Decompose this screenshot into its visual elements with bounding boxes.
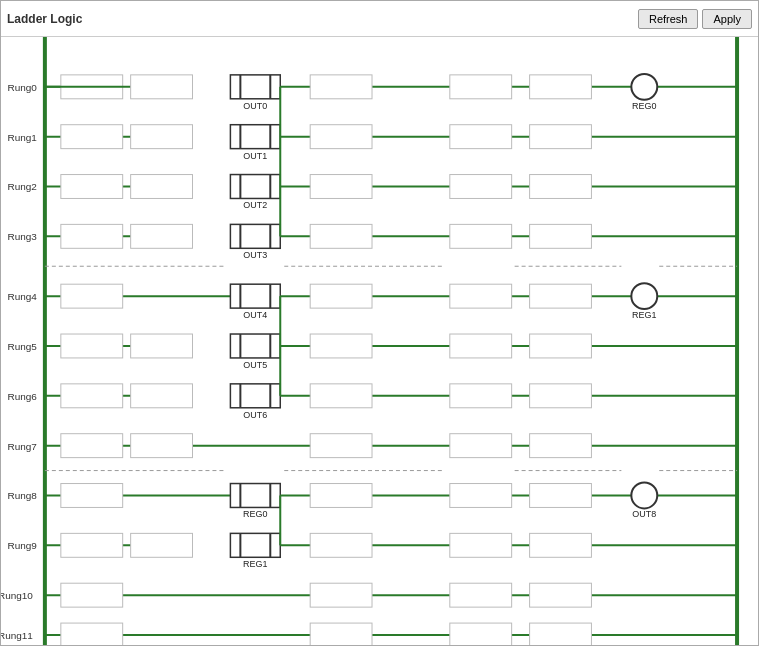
svg-rect-28 [530, 125, 592, 149]
toolbar-buttons: Refresh Apply [638, 9, 752, 29]
svg-rect-31 [61, 175, 123, 199]
svg-rect-126 [230, 533, 280, 557]
svg-rect-144 [310, 623, 372, 645]
svg-rect-119 [530, 484, 592, 508]
svg-rect-20 [131, 125, 193, 149]
svg-rect-140 [530, 583, 592, 607]
svg-text:REG0: REG0 [243, 509, 267, 519]
ladder-diagram-svg: OUT0 REG0 Rung0 OUT1 [1, 37, 758, 645]
svg-text:OUT2: OUT2 [243, 200, 267, 210]
svg-text:OUT3: OUT3 [243, 250, 267, 260]
svg-rect-6 [131, 75, 193, 99]
svg-rect-87 [131, 384, 193, 408]
svg-text:Rung11: Rung11 [1, 630, 33, 641]
svg-rect-74 [61, 334, 123, 358]
svg-rect-94 [450, 384, 512, 408]
svg-rect-33 [230, 175, 280, 199]
svg-text:Rung2: Rung2 [8, 181, 38, 192]
svg-rect-52 [530, 224, 592, 248]
svg-text:Rung4: Rung4 [8, 291, 38, 302]
svg-rect-27 [450, 125, 512, 149]
svg-text:OUT5: OUT5 [243, 360, 267, 370]
svg-text:Rung7: Rung7 [8, 441, 38, 452]
svg-rect-62 [230, 284, 280, 308]
svg-rect-43 [61, 224, 123, 248]
svg-rect-81 [310, 334, 372, 358]
svg-rect-50 [310, 224, 372, 248]
svg-rect-143 [61, 623, 123, 645]
svg-rect-38 [310, 175, 372, 199]
svg-rect-51 [450, 224, 512, 248]
svg-rect-86 [61, 384, 123, 408]
svg-rect-32 [131, 175, 193, 199]
svg-rect-21 [230, 125, 280, 149]
svg-text:Rung0: Rung0 [8, 82, 38, 93]
svg-rect-93 [310, 384, 372, 408]
title-bar: Ladder Logic Refresh Apply [1, 1, 758, 37]
svg-text:OUT8: OUT8 [632, 509, 656, 519]
svg-rect-82 [450, 334, 512, 358]
svg-text:OUT1: OUT1 [243, 151, 267, 161]
svg-rect-88 [230, 384, 280, 408]
svg-rect-139 [450, 583, 512, 607]
svg-rect-12 [310, 75, 372, 99]
svg-rect-83 [530, 334, 592, 358]
svg-rect-67 [310, 284, 372, 308]
svg-rect-100 [131, 434, 193, 458]
svg-rect-75 [131, 334, 193, 358]
svg-rect-132 [450, 533, 512, 557]
svg-rect-146 [530, 623, 592, 645]
svg-text:Rung8: Rung8 [8, 490, 38, 501]
apply-button[interactable]: Apply [702, 9, 752, 29]
svg-rect-40 [530, 175, 592, 199]
svg-text:Rung3: Rung3 [8, 231, 38, 242]
svg-rect-117 [310, 484, 372, 508]
svg-rect-68 [450, 284, 512, 308]
svg-text:Rung5: Rung5 [8, 341, 38, 352]
svg-text:Rung1: Rung1 [8, 132, 38, 143]
svg-text:OUT6: OUT6 [243, 410, 267, 420]
diagram-area: OUT0 REG0 Rung0 OUT1 [1, 37, 758, 645]
svg-text:REG1: REG1 [243, 559, 267, 569]
svg-rect-101 [310, 434, 372, 458]
svg-text:Rung6: Rung6 [8, 391, 38, 402]
page-title: Ladder Logic [7, 12, 82, 26]
svg-rect-124 [61, 533, 123, 557]
svg-text:REG0: REG0 [632, 101, 656, 111]
svg-rect-118 [450, 484, 512, 508]
svg-rect-145 [450, 623, 512, 645]
svg-rect-14 [530, 75, 592, 99]
svg-rect-102 [450, 434, 512, 458]
svg-text:Rung9: Rung9 [8, 540, 38, 551]
svg-rect-99 [61, 434, 123, 458]
svg-text:Rung10: Rung10 [1, 590, 33, 601]
svg-rect-76 [230, 334, 280, 358]
svg-rect-19 [61, 125, 123, 149]
svg-rect-39 [450, 175, 512, 199]
svg-rect-125 [131, 533, 193, 557]
svg-rect-131 [310, 533, 372, 557]
svg-rect-103 [530, 434, 592, 458]
svg-rect-112 [230, 484, 280, 508]
svg-rect-60 [61, 284, 123, 308]
refresh-button[interactable]: Refresh [638, 9, 699, 29]
svg-text:OUT4: OUT4 [243, 310, 267, 320]
svg-rect-133 [530, 533, 592, 557]
svg-rect-13 [450, 75, 512, 99]
svg-rect-69 [530, 284, 592, 308]
svg-rect-45 [230, 224, 280, 248]
svg-rect-137 [61, 583, 123, 607]
svg-rect-110 [61, 484, 123, 508]
svg-point-120 [631, 483, 657, 509]
svg-rect-138 [310, 583, 372, 607]
svg-rect-7 [230, 75, 280, 99]
svg-text:OUT0: OUT0 [243, 101, 267, 111]
svg-text:REG1: REG1 [632, 310, 656, 320]
svg-point-15 [631, 74, 657, 100]
svg-rect-44 [131, 224, 193, 248]
main-container: Ladder Logic Refresh Apply [0, 0, 759, 646]
svg-rect-26 [310, 125, 372, 149]
svg-point-70 [631, 283, 657, 309]
svg-rect-95 [530, 384, 592, 408]
